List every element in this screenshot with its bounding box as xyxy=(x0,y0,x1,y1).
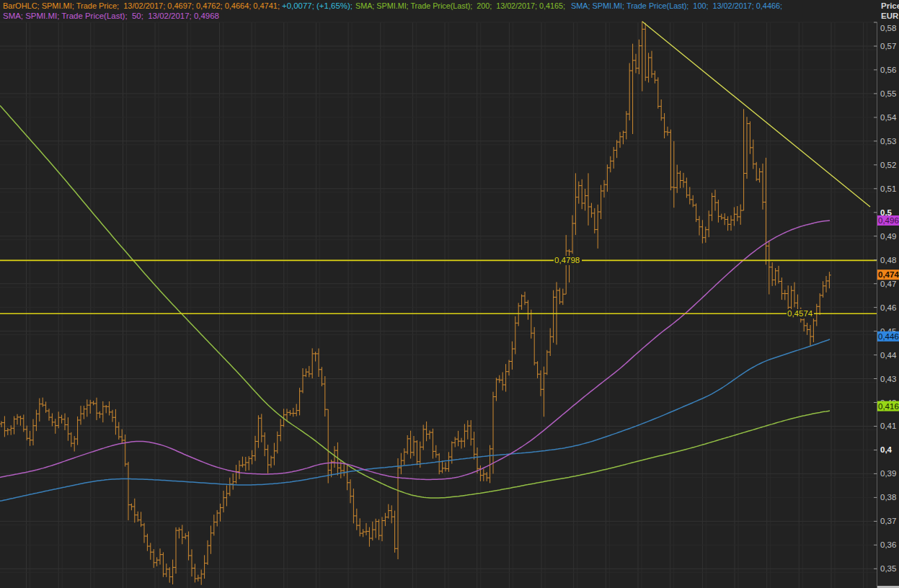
svg-text:0,48: 0,48 xyxy=(880,256,896,264)
svg-text:0,4165: 0,4165 xyxy=(878,402,899,411)
svg-text:0,54: 0,54 xyxy=(880,113,897,122)
svg-text:SMA; SPMI.MI; Trade Price(Last: SMA; SPMI.MI; Trade Price(Last); 100; 13… xyxy=(571,1,782,10)
svg-text:0,49: 0,49 xyxy=(880,232,896,241)
svg-text:0,4966: 0,4966 xyxy=(878,216,899,225)
svg-text:0,58: 0,58 xyxy=(880,24,896,32)
svg-text:0,37: 0,37 xyxy=(880,517,896,525)
svg-text:Price: Price xyxy=(881,1,899,10)
svg-text:0,47: 0,47 xyxy=(880,280,896,288)
svg-text:0,57: 0,57 xyxy=(880,42,896,50)
svg-text:0,36: 0,36 xyxy=(880,540,896,549)
svg-text:+0,0077; (+1,65%);: +0,0077; (+1,65%); xyxy=(282,1,353,10)
svg-text:0,43: 0,43 xyxy=(880,375,896,383)
svg-text:0,4574: 0,4574 xyxy=(787,309,813,318)
svg-text:0,55: 0,55 xyxy=(880,89,896,98)
svg-text:0,4466: 0,4466 xyxy=(878,332,899,341)
svg-text:BarOHLC; SPMI.MI; Trade Price;: BarOHLC; SPMI.MI; Trade Price; 13/02/201… xyxy=(3,1,280,10)
svg-text:0,35: 0,35 xyxy=(880,564,896,573)
svg-text:0,4: 0,4 xyxy=(880,445,893,454)
svg-text:0,53: 0,53 xyxy=(880,137,896,146)
svg-text:EUR: EUR xyxy=(881,12,899,20)
svg-text:0,44: 0,44 xyxy=(880,351,897,360)
svg-text:SMA; SPMI.MI; Trade Price(Last: SMA; SPMI.MI; Trade Price(Last); 200; 13… xyxy=(355,1,565,10)
svg-text:0,52: 0,52 xyxy=(880,161,896,169)
svg-text:0,41: 0,41 xyxy=(880,422,896,430)
svg-text:0,56: 0,56 xyxy=(880,66,896,74)
svg-text:0,4798: 0,4798 xyxy=(554,256,580,264)
svg-text:0,39: 0,39 xyxy=(880,469,896,478)
svg-text:0,38: 0,38 xyxy=(880,493,896,502)
svg-text:0,46: 0,46 xyxy=(880,303,896,312)
svg-text:SMA; SPMI.MI; Trade Price(Last: SMA; SPMI.MI; Trade Price(Last); 50; 13/… xyxy=(3,12,219,20)
svg-text:0,51: 0,51 xyxy=(880,184,896,193)
svg-text:0,4741: 0,4741 xyxy=(878,270,899,279)
